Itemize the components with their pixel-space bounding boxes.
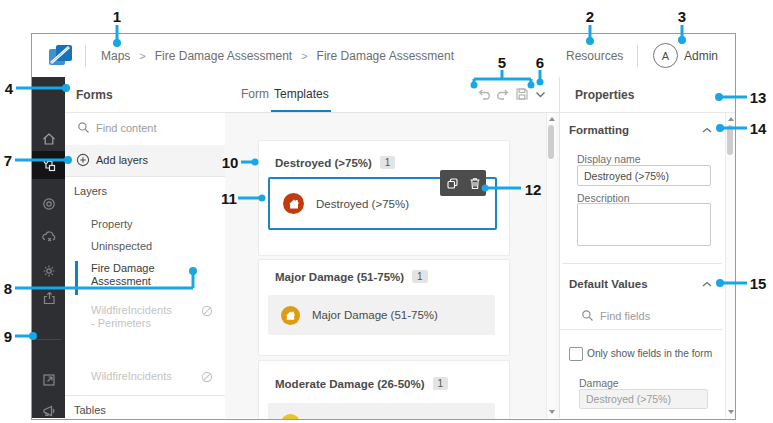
resources-link[interactable]: Resources — [566, 49, 623, 63]
template-group-header: Moderate Damage (26-50%) 1 — [275, 377, 448, 390]
layer-item-uninspected[interactable]: Uninspected ••• — [65, 237, 225, 259]
duplicate-icon[interactable] — [446, 177, 459, 190]
forms-panel: Forms Find content Add layers Layers — [65, 77, 226, 418]
callout-6: 6 — [536, 54, 544, 71]
forms-panel-title: Forms — [76, 88, 113, 102]
callout-13: 13 — [750, 89, 767, 106]
save-icon[interactable] — [515, 87, 529, 101]
undo-icon[interactable] — [477, 88, 491, 101]
moderate-damage-structure-icon — [281, 414, 300, 421]
only-show-fields-checkbox[interactable] — [569, 347, 583, 361]
geofences-icon[interactable] — [32, 190, 65, 218]
scroll-down-arrow[interactable] — [728, 410, 734, 414]
header-divider — [637, 45, 638, 67]
layers-section-label: Layers — [74, 185, 107, 197]
scrollbar-thumb[interactable] — [727, 125, 733, 155]
delete-icon[interactable] — [469, 177, 481, 190]
only-show-fields-label: Only show fields in the form — [587, 348, 712, 359]
layer-label: Property — [91, 218, 133, 230]
forms-panel-header: Forms — [65, 77, 225, 113]
chevron-up-icon — [702, 127, 712, 134]
breadcrumb-map-name[interactable]: Fire Damage Assessment — [155, 49, 292, 63]
template-group-header: Destroyed (>75%) 1 — [275, 156, 395, 169]
app-header: Maps > Fire Damage Assessment > Fire Dam… — [32, 34, 735, 78]
display-name-value: Destroyed (>75%) — [584, 170, 669, 182]
find-content-search[interactable]: Find content — [65, 112, 225, 146]
template-group-header: Major Damage (51-75%) 1 — [275, 270, 428, 283]
avatar[interactable]: A — [653, 43, 678, 68]
active-tab-underline — [271, 110, 331, 112]
callout-4: 4 — [5, 80, 13, 97]
layer-item-property[interactable]: Property ••• — [65, 215, 225, 237]
damage-field-label: Damage — [579, 377, 619, 389]
callout-1: 1 — [113, 8, 121, 25]
template-group-major: Major Damage (51-75%) 1 Major Damage (51… — [258, 259, 510, 356]
esri-field-maps-logo[interactable] — [47, 42, 74, 69]
damage-field-value[interactable]: Destroyed (>75%) — [579, 389, 708, 409]
layer-item-fire-damage-assessment[interactable]: Fire Damage Assessment ••• — [65, 261, 225, 301]
layer-label: WildfireIncidents - Perimeters — [91, 304, 177, 330]
templates-panel: Form Templates Destroyed ( — [225, 77, 559, 418]
template-count-badge: 1 — [412, 270, 428, 283]
display-name-input[interactable]: Destroyed (>75%) — [577, 165, 711, 186]
tab-form[interactable]: Form — [241, 87, 269, 101]
app-window: Maps > Fire Damage Assessment > Fire Dam… — [31, 33, 736, 420]
chevron-down-icon[interactable] — [535, 91, 546, 99]
tab-templates[interactable]: Templates — [274, 87, 329, 101]
callout-3: 3 — [678, 8, 686, 25]
formatting-section-header[interactable]: Formatting — [560, 121, 736, 143]
open-app-icon[interactable] — [32, 366, 65, 394]
layers-section-header[interactable]: Layers — [65, 181, 225, 205]
layer-item-wildfire-perimeters[interactable]: WildfireIncidents - Perimeters ••• — [65, 303, 225, 337]
home-icon[interactable] — [32, 125, 65, 153]
template-group-destroyed: Destroyed (>75%) 1 Destroyed (>75%) — [258, 140, 510, 256]
destroyed-structure-icon — [283, 193, 304, 214]
callout-11: 11 — [221, 190, 237, 207]
chevron-up-icon — [702, 281, 712, 288]
not-allowed-icon — [201, 371, 213, 383]
description-textarea[interactable] — [577, 203, 711, 246]
scrollbar-thumb[interactable] — [548, 125, 554, 159]
add-layers-button[interactable]: Add layers — [65, 145, 225, 177]
user-menu[interactable]: Admin — [684, 49, 718, 63]
template-group-title: Major Damage (51-75%) — [275, 271, 404, 283]
scroll-up-arrow[interactable] — [549, 117, 555, 121]
templates-scrollbar[interactable] — [546, 113, 556, 418]
breadcrumb-maps[interactable]: Maps — [101, 49, 130, 63]
find-fields-search[interactable]: Find fields — [560, 305, 722, 330]
callout-12: 12 — [525, 181, 542, 198]
nav-sidebar — [32, 77, 65, 418]
scroll-up-arrow[interactable] — [728, 117, 734, 121]
callout-7: 7 — [4, 152, 12, 169]
selected-layer-indicator — [75, 261, 78, 295]
feedback-megaphone-icon[interactable] — [32, 397, 65, 420]
search-icon — [77, 121, 90, 134]
properties-panel: Properties Formatting Display name Destr… — [559, 77, 736, 418]
tabs-row: Form Templates — [225, 77, 559, 113]
offline-cloud-icon[interactable] — [32, 223, 65, 251]
header-divider — [85, 45, 86, 67]
template-item-major[interactable]: Major Damage (51-75%) — [268, 295, 495, 335]
scroll-down-arrow[interactable] — [549, 410, 555, 414]
forms-icon[interactable] — [32, 151, 65, 179]
add-layers-label: Add layers — [96, 154, 148, 166]
tables-section-header[interactable]: Tables — [65, 395, 225, 420]
plus-circle-icon — [76, 153, 90, 167]
layer-item-wildfire-incidents[interactable]: WildfireIncidents ••• — [65, 367, 225, 389]
properties-panel-title: Properties — [575, 88, 634, 102]
settings-gear-icon[interactable] — [32, 257, 65, 285]
breadcrumb-separator: > — [301, 50, 307, 62]
template-item-moderate[interactable]: Moderate Damage (26-50%) — [268, 403, 495, 420]
search-placeholder: Find content — [96, 122, 157, 134]
layer-label: Fire Damage Assessment — [91, 262, 187, 288]
callout-2: 2 — [586, 8, 594, 25]
sidebar-divider — [36, 339, 61, 340]
page: Maps > Fire Damage Assessment > Fire Dam… — [0, 0, 773, 423]
default-values-section-header[interactable]: Default Values — [560, 275, 736, 297]
redo-icon[interactable] — [496, 88, 510, 101]
properties-scrollbar[interactable] — [725, 113, 735, 418]
template-item-label: Destroyed (>75%) — [316, 198, 409, 210]
breadcrumb-separator: > — [139, 50, 145, 62]
callout-5: 5 — [498, 54, 506, 71]
sharing-icon[interactable] — [32, 284, 65, 312]
